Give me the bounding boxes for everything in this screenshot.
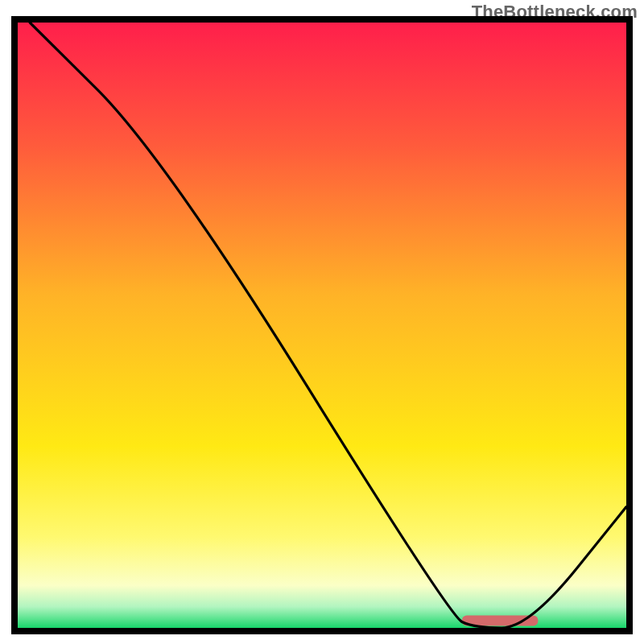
bottleneck-chart [0, 0, 644, 644]
chart-background [18, 23, 626, 628]
